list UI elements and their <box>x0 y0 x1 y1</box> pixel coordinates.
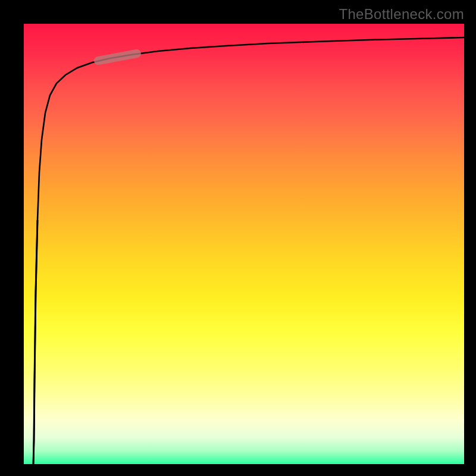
curve-drop-inner <box>33 220 37 464</box>
curve-highlight-segment <box>98 54 137 61</box>
plot-area <box>24 24 464 464</box>
bottleneck-curve <box>33 37 464 464</box>
watermark-text: TheBottleneck.com <box>339 6 464 23</box>
curve-svg <box>24 24 464 464</box>
chart-container: TheBottleneck.com <box>0 0 476 476</box>
